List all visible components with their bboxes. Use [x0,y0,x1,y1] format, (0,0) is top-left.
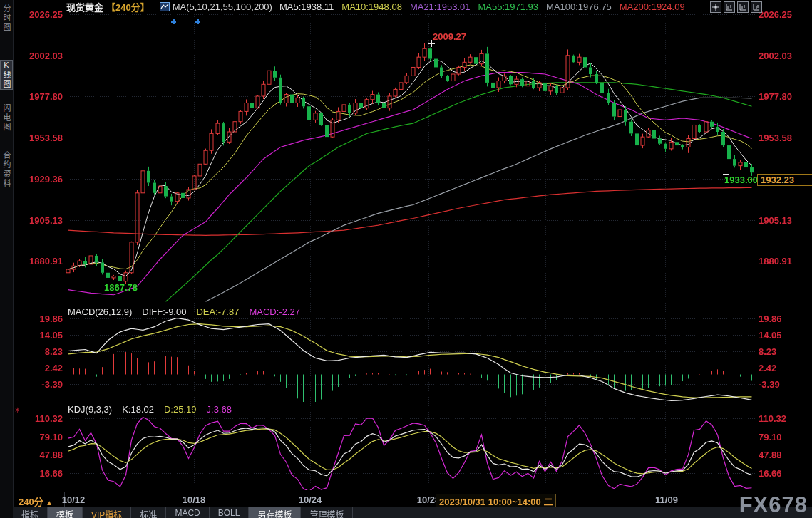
macd-tick-left: 8.23 [19,346,63,357]
macd-legend: MACD(26,12,9) DIFF:-9.00 DEA:-7.87 MACD:… [68,306,300,317]
macd-tick-right: 2.42 [759,363,776,373]
tab-管理模板[interactable]: 管理模板 [301,507,353,518]
time-axis-bar: 240分 ▲ 10/1210/1810/2410/282023/10/31 10… [13,492,812,507]
bottom-toolbar: 指标模板VIP指标标准MACDBOLL另存模板管理模板 [13,507,812,518]
period-label: 240分 [19,497,43,507]
kdj-tick-left: 110.32 [19,413,63,424]
tab-MACD[interactable]: MACD [166,507,209,518]
alert-star-icon: ✳ [14,406,20,414]
instrument-title: 现货黄金 [66,0,103,14]
chart-toolbar-icons [710,1,762,13]
price-tick-left: 1905.13 [19,215,63,226]
price-tick-left: 2002.03 [19,51,63,61]
price-tick-left: 1953.58 [19,133,63,143]
tab-VIP指标[interactable]: VIP指标 [83,507,131,518]
chart-header: 现货黄金 【240分】 MA(5,10,21,55,100,200) MA5:1… [0,0,812,14]
kdj-j-value: J:3.68 [207,404,232,415]
macd-tick-right: -3.39 [759,379,780,390]
date-tick: 11/09 [645,494,688,505]
macd-diff-value: DIFF:-9.00 [142,306,186,317]
session-low-annotation: 1867.78 [104,282,138,293]
last-price-annotation: 1933.00 [724,175,758,185]
price-tick-left: 1880.91 [19,256,63,266]
kdj-tick-left: 79.10 [19,432,63,442]
macd-tick-left: 19.86 [19,314,63,324]
price-tick-left: 1929.36 [19,174,63,185]
ma-legend: MA5:1938.11MA10:1948.08MA21:1953.01MA55:… [279,1,693,12]
kdj-tick-right: 79.10 [759,432,782,442]
ma-value-2: MA21:1953.01 [410,1,471,12]
tab-另存模板[interactable]: 另存模板 [249,507,301,518]
ma-value-0: MA5:1938.11 [279,1,334,12]
ma-value-5: MA200:1924.09 [620,1,685,12]
kdj-k-value: K:18.02 [122,404,154,415]
macd-tick-left: 2.42 [19,363,63,373]
left-sidebar: 分时图K线图闪电图合约资料 [0,0,14,518]
price-tick-left: 1977.80 [19,91,63,102]
chart-canvas[interactable] [0,0,812,518]
current-price-box: 1932.23 [757,174,812,186]
session-high-annotation: 2009.27 [433,31,466,42]
price-tick-right: 1953.58 [759,133,792,143]
kdj-tick-left: 47.88 [19,450,63,460]
axis-pan-icon[interactable] [737,1,749,13]
date-tick: 10/18 [173,494,215,505]
kdj-tick-left: 16.66 [19,468,63,479]
crosshair-icon[interactable] [710,1,721,13]
macd-tick-left: 14.05 [19,330,63,341]
macd-tick-left: -3.39 [19,379,63,390]
ma-settings-label: MA(5,10,21,55,100,200) [173,1,272,12]
macd-macd-value: MACD:-2.27 [249,306,300,317]
ma-value-3: MA55:1971.93 [478,1,538,12]
trading-app-window: 现货黄金 【240分】 MA(5,10,21,55,100,200) MA5:1… [0,0,812,518]
axis-zoom-icon[interactable] [724,1,735,13]
interval-label: 【240分】 [106,0,150,14]
price-tick-right: 1880.91 [759,256,792,266]
kdj-tick-right: 16.66 [759,468,782,479]
watermark: FX678 [739,492,808,518]
tab-标准[interactable]: 标准 [131,507,166,518]
kdj-tick-right: 110.32 [759,413,786,424]
macd-name-label: MACD(26,12,9) [68,306,132,317]
date-tick: 10/12 [52,494,95,505]
tab-BOLL[interactable]: BOLL [210,507,250,518]
tab-指标[interactable]: 指标 [13,507,48,518]
axis-shift-icon[interactable] [751,1,762,13]
price-tick-right: 1905.13 [759,215,792,226]
price-tick-right: 2002.03 [759,51,792,61]
price-tick-right: 1977.80 [759,91,792,102]
macd-dea-value: DEA:-7.87 [196,306,239,317]
kdj-tick-right: 47.88 [759,450,782,460]
kdj-legend: KDJ(9,3,3) K:18.02 D:25.19 J:3.68 [68,404,232,415]
sidebar-item-合约资料[interactable]: 合约资料 [1,151,12,188]
ma-value-1: MA10:1948.08 [341,1,402,12]
macd-tick-right: 8.23 [759,346,776,357]
macd-tick-right: 14.05 [759,330,782,341]
ma-lines-icon [160,2,170,11]
macd-tick-right: 19.86 [759,314,782,324]
kdj-d-value: D:25.19 [164,404,197,415]
sidebar-item-K线图[interactable]: K线图 [0,60,13,90]
date-tick: 10/24 [289,494,332,505]
tab-模板[interactable]: 模板 [48,507,83,518]
pane-separator [0,403,812,403]
kdj-name-label: KDJ(9,3,3) [68,404,112,415]
sidebar-item-闪电图[interactable]: 闪电图 [1,104,12,132]
ma-value-4: MA100:1976.75 [546,1,612,12]
